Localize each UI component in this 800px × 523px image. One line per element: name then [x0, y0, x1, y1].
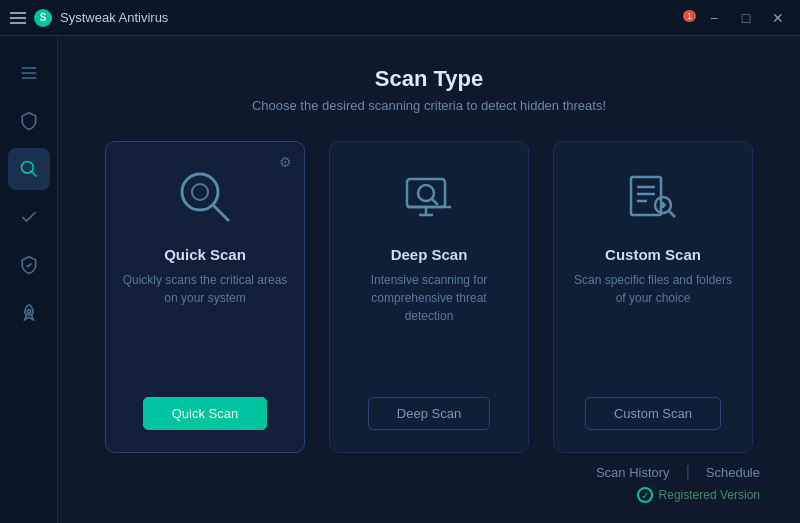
svg-point-3 [21, 162, 33, 174]
svg-line-4 [31, 172, 36, 177]
svg-point-5 [27, 310, 30, 313]
svg-rect-2 [21, 77, 36, 79]
custom-scan-card[interactable]: Custom Scan Scan specific files and fold… [553, 141, 753, 453]
content-area: Scan Type Choose the desired scanning cr… [58, 36, 800, 523]
title-bar-controls: 1 − □ ✕ [683, 7, 792, 29]
maximize-button[interactable]: □ [732, 7, 760, 29]
page-subtitle: Choose the desired scanning criteria to … [98, 98, 760, 113]
app-logo: S [34, 9, 52, 27]
svg-rect-1 [21, 72, 36, 74]
footer-separator: | [686, 463, 690, 481]
svg-point-6 [182, 174, 218, 210]
quick-scan-button[interactable]: Quick Scan [143, 397, 267, 430]
svg-point-13 [418, 185, 434, 201]
svg-line-7 [213, 205, 229, 221]
app-title-text: Systweak Antivirus [60, 10, 168, 25]
rocket-icon [19, 303, 39, 323]
search-icon [19, 159, 39, 179]
page-title: Scan Type [98, 66, 760, 92]
deep-scan-icon [394, 162, 464, 232]
svg-rect-9 [407, 179, 445, 207]
notification-badge[interactable]: 1 [683, 10, 696, 22]
quick-scan-icon [170, 162, 240, 232]
checkmark-icon [19, 207, 39, 227]
scan-history-link[interactable]: Scan History [596, 465, 670, 480]
registered-text: Registered Version [659, 488, 760, 502]
sidebar-item-shield2[interactable] [8, 244, 50, 286]
hamburger-icon[interactable] [10, 12, 26, 24]
custom-scan-desc: Scan specific files and folders of your … [570, 271, 736, 379]
deep-scan-card[interactable]: Deep Scan Intensive scanning for compreh… [329, 141, 529, 453]
svg-line-14 [432, 199, 438, 205]
cards-container: ⚙ Quick Scan Quickly scans the critical … [98, 141, 760, 453]
svg-point-8 [192, 184, 208, 200]
sidebar-item-rocket[interactable] [8, 292, 50, 334]
deep-scan-title: Deep Scan [391, 246, 468, 263]
sidebar-item-check[interactable] [8, 196, 50, 238]
custom-scan-title: Custom Scan [605, 246, 701, 263]
shield-icon [19, 111, 39, 131]
custom-scan-icon [618, 162, 688, 232]
title-bar-left: S Systweak Antivirus [10, 9, 168, 27]
menu-icon [19, 63, 39, 83]
sidebar-item-shield[interactable] [8, 100, 50, 142]
minimize-button[interactable]: − [700, 7, 728, 29]
custom-scan-button[interactable]: Custom Scan [585, 397, 721, 430]
deep-scan-desc: Intensive scanning for comprehensive thr… [346, 271, 512, 379]
svg-line-20 [669, 211, 675, 217]
shield2-icon [19, 255, 39, 275]
sidebar-item-scan[interactable] [8, 148, 50, 190]
quick-scan-card[interactable]: ⚙ Quick Scan Quickly scans the critical … [105, 141, 305, 453]
main-layout: Scan Type Choose the desired scanning cr… [0, 36, 800, 523]
schedule-link[interactable]: Schedule [706, 465, 760, 480]
close-button[interactable]: ✕ [764, 7, 792, 29]
deep-scan-button[interactable]: Deep Scan [368, 397, 490, 430]
content-footer: Scan History | Schedule [98, 453, 760, 481]
quick-scan-desc: Quickly scans the critical areas on your… [122, 271, 288, 379]
gear-icon[interactable]: ⚙ [279, 154, 292, 170]
sidebar [0, 36, 58, 523]
registered-version: ✓ Registered Version [98, 487, 760, 503]
registered-icon: ✓ [637, 487, 653, 503]
svg-rect-0 [21, 67, 36, 69]
quick-scan-title: Quick Scan [164, 246, 246, 263]
title-bar: S Systweak Antivirus 1 − □ ✕ [0, 0, 800, 36]
sidebar-item-menu[interactable] [8, 52, 50, 94]
